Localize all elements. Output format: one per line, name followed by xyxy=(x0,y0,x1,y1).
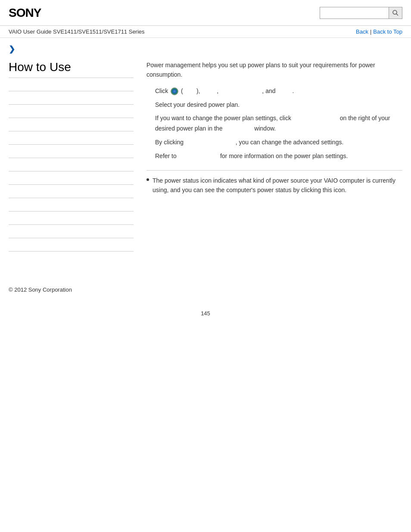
search-area xyxy=(320,7,402,19)
step-2: Select your desired power plan. xyxy=(146,100,402,110)
page-number-area: 145 xyxy=(0,302,411,325)
sidebar: How to Use xyxy=(9,60,142,252)
sidebar-title: How to Use xyxy=(9,60,134,78)
sony-logo: SONY xyxy=(9,6,41,20)
step-4-text: By clicking , you can change the advance… xyxy=(155,139,343,146)
sidebar-item-3[interactable] xyxy=(9,105,134,118)
content-area: Power management helps you set up power … xyxy=(142,60,402,252)
sidebar-item-5[interactable] xyxy=(9,131,134,145)
bullet-item-1-text: The power status icon indicates what kin… xyxy=(153,176,402,195)
back-link[interactable]: Back xyxy=(356,28,368,35)
search-input[interactable] xyxy=(320,7,389,19)
step-5-text: Refer to for more information on the pow… xyxy=(155,152,348,159)
sidebar-item-9[interactable] xyxy=(9,185,134,198)
step-3: If you want to change the power plan set… xyxy=(146,113,402,134)
svg-line-1 xyxy=(396,14,398,16)
sidebar-item-7[interactable] xyxy=(9,158,134,171)
search-button[interactable] xyxy=(389,7,402,19)
sidebar-item-4[interactable] xyxy=(9,118,134,131)
nav-separator: | xyxy=(370,28,371,35)
bullet-item-1: The power status icon indicates what kin… xyxy=(146,176,402,195)
sidebar-item-10[interactable] xyxy=(9,198,134,212)
sidebar-item-6[interactable] xyxy=(9,145,134,158)
page-number: 145 xyxy=(201,310,210,317)
step-1: Click ( ), , , and . xyxy=(146,86,402,96)
windows-start-icon xyxy=(171,87,178,95)
copyright: © 2012 Sony Corporation xyxy=(9,286,72,293)
svg-point-0 xyxy=(393,10,397,14)
step-3-text: If you want to change the power plan set… xyxy=(155,115,390,132)
breadcrumb-area: ❯ xyxy=(0,38,411,56)
step-5: Refer to for more information on the pow… xyxy=(146,151,402,162)
footer: © 2012 Sony Corporation xyxy=(0,277,411,302)
bullet-section: The power status icon indicates what kin… xyxy=(146,170,402,195)
nav-links: Back | Back to Top xyxy=(356,28,402,35)
sidebar-item-8[interactable] xyxy=(9,171,134,185)
step-1-text: Click ( ), , , and . xyxy=(155,87,294,94)
header: SONY xyxy=(0,0,411,26)
sidebar-item-1[interactable] xyxy=(9,78,134,91)
content-intro: Power management helps you set up power … xyxy=(146,60,402,80)
sidebar-item-12[interactable] xyxy=(9,225,134,238)
main-content: How to Use Power management helps you se… xyxy=(0,56,411,260)
breadcrumb-arrow[interactable]: ❯ xyxy=(9,45,15,53)
sidebar-item-13[interactable] xyxy=(9,238,134,252)
bullet-dot xyxy=(146,178,149,181)
step-4: By clicking , you can change the advance… xyxy=(146,137,402,148)
sidebar-item-2[interactable] xyxy=(9,91,134,105)
nav-bar: VAIO User Guide SVE1411/SVE1511/SVE1711 … xyxy=(0,26,411,38)
back-to-top-link[interactable]: Back to Top xyxy=(373,28,402,35)
search-icon xyxy=(392,9,399,16)
step-2-text: Select your desired power plan. xyxy=(155,101,240,108)
guide-title: VAIO User Guide SVE1411/SVE1511/SVE1711 … xyxy=(9,28,145,35)
sidebar-item-11[interactable] xyxy=(9,212,134,225)
